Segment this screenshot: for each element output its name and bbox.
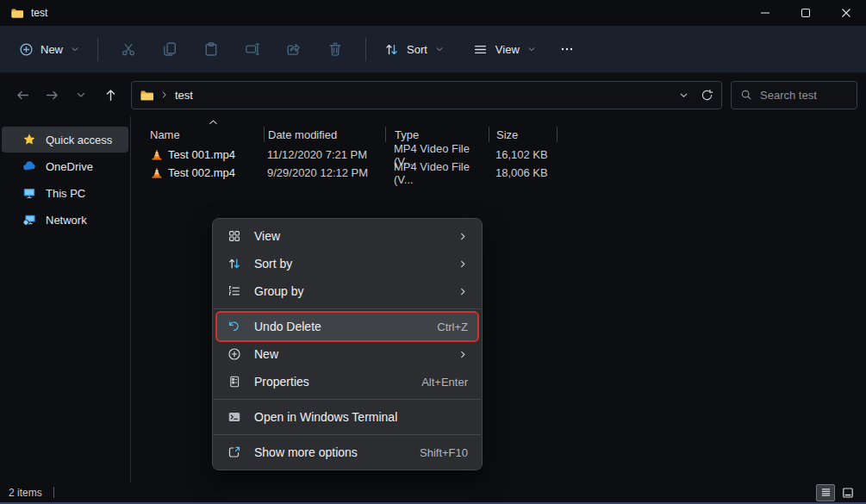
terminal-icon [227,410,241,424]
folder-icon [140,88,154,103]
chevron-down-icon [76,90,86,100]
column-header-size[interactable]: Size [489,128,557,141]
menu-item-show-more-options[interactable]: Show more options Shift+F10 [217,439,477,466]
paste-button[interactable] [190,33,232,65]
chevron-down-icon [71,45,79,53]
sort-icon [384,42,399,57]
file-type: MP4 Video File (V... [385,160,489,186]
search-input[interactable] [760,89,848,102]
cut-button[interactable] [108,33,149,65]
chevron-right-icon [458,259,468,269]
menu-item-label: View [254,229,445,243]
see-more-button[interactable] [550,33,584,65]
recent-locations-button[interactable] [67,81,95,109]
menu-item-group-by[interactable]: Group by [217,277,477,305]
close-icon [841,8,851,18]
chevron-right-icon [160,90,169,99]
column-header-type[interactable]: Type [386,128,489,141]
chevron-right-icon [458,232,468,241]
chevron-down-icon [527,45,536,53]
share-button[interactable] [273,33,315,65]
menu-item-undo-delete[interactable]: Undo Delete Ctrl+Z [217,313,477,340]
search-icon [740,89,752,101]
view-button[interactable]: View [464,35,545,64]
sidebar-item-network[interactable]: Network [2,207,128,233]
file-name[interactable]: Test 001.mp4 [168,148,235,161]
up-button[interactable] [97,81,124,109]
sidebar-item-quick-access[interactable]: Quick access [2,127,128,152]
sidebar-item-this-pc[interactable]: This PC [2,180,128,206]
delete-button[interactable] [315,33,356,65]
copy-button[interactable] [149,33,190,65]
menu-item-label: Undo Delete [254,320,424,333]
paste-icon [203,41,219,57]
menu-separator [214,308,481,309]
view-toggles [816,484,857,501]
menu-separator [214,434,481,435]
menu-item-label: New [254,347,445,361]
expand-icon [227,445,241,459]
menu-item-new[interactable]: New [217,340,477,368]
details-view-button[interactable] [816,484,835,501]
maximize-button[interactable] [785,0,826,26]
chevron-down-icon [435,45,444,53]
chevron-down-icon[interactable] [679,90,688,100]
maximize-icon [801,8,811,18]
file-date-modified: 11/12/2020 7:21 PM [264,148,385,161]
toolbar-separator [97,38,98,61]
thumbnail-view-button[interactable] [838,484,857,501]
menu-item-label: Group by [254,284,445,298]
toolbar-separator [365,38,366,61]
rename-button[interactable] [232,33,273,65]
sidebar: Quick access OneDrive This PC Network [0,116,131,482]
file-row[interactable]: Test 001.mp4 11/12/2020 7:21 PM MP4 Vide… [150,146,866,164]
thumbnail-view-icon [842,487,854,499]
breadcrumb[interactable]: test [175,89,193,102]
minimize-button[interactable] [745,0,785,26]
plus-circle-icon [19,42,33,57]
column-header-date-modified[interactable]: Date modified [265,128,385,141]
trash-icon [327,41,343,57]
new-button[interactable]: New [10,35,88,64]
column-headers: Name Date modified Type Size [150,123,866,146]
group-list-icon [227,284,241,298]
menu-item-properties[interactable]: Properties Alt+Enter [217,368,477,395]
sidebar-item-label: Quick access [46,134,112,146]
address-bar[interactable]: test [131,81,722,109]
vlc-cone-icon [150,166,164,180]
sort-ascending-caret-icon [209,119,218,126]
chevron-right-icon [458,350,468,359]
arrow-left-icon [16,88,30,103]
share-icon [286,41,302,57]
menu-item-shortcut: Shift+F10 [420,446,468,459]
sort-button-label: Sort [407,43,427,56]
sidebar-item-label: OneDrive [46,160,93,173]
file-row[interactable]: Test 002.mp4 9/29/2020 12:12 PM MP4 Vide… [150,164,866,182]
back-button[interactable] [9,81,36,109]
command-toolbar: New Sort View [0,26,866,73]
menu-item-sort-by[interactable]: Sort by [217,250,477,277]
menu-item-label: Open in Windows Terminal [254,410,468,424]
vlc-cone-icon [150,148,164,162]
close-button[interactable] [826,0,866,26]
refresh-icon[interactable] [701,89,713,102]
menu-item-view[interactable]: View [217,222,477,250]
file-date-modified: 9/29/2020 12:12 PM [264,166,385,179]
column-header-name[interactable]: Name [150,128,264,141]
new-button-label: New [40,43,63,56]
file-name[interactable]: Test 002.mp4 [168,166,235,179]
menu-item-shortcut: Alt+Enter [421,376,468,389]
column-divider[interactable] [557,127,558,142]
forward-button[interactable] [38,81,65,109]
menu-item-open-in-windows-terminal[interactable]: Open in Windows Terminal [217,403,477,431]
menu-item-shortcut: Ctrl+Z [437,320,468,333]
sidebar-item-onedrive[interactable]: OneDrive [2,153,128,179]
title-bar: test [0,0,866,26]
scissors-icon [121,41,136,57]
sort-button[interactable]: Sort [376,35,452,64]
status-divider [53,487,54,498]
search-box[interactable] [731,81,857,109]
view-lines-icon [473,42,488,57]
monitor-icon [22,186,36,200]
properties-icon [227,375,241,389]
